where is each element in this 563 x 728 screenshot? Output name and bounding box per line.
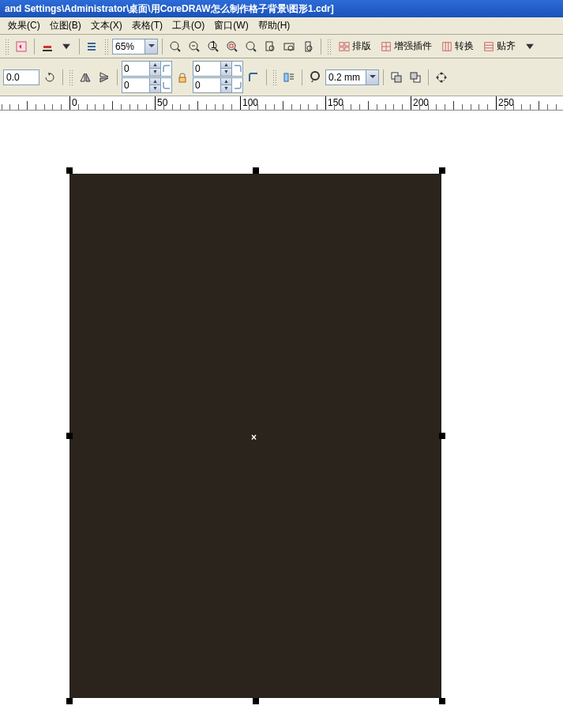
convert-button[interactable]: 转换 [437, 37, 478, 55]
menu-tools[interactable]: 工具(O) [167, 17, 209, 34]
selection-handle[interactable] [66, 167, 73, 174]
options-button[interactable] [84, 38, 101, 55]
svg-rect-25 [340, 42, 343, 45]
zoom-fit-button[interactable] [242, 38, 260, 55]
grip-icon[interactable] [69, 69, 73, 85]
corner-style-button[interactable] [245, 69, 262, 86]
outline-width-input[interactable] [325, 69, 366, 85]
import-button[interactable] [13, 38, 30, 55]
grip-icon[interactable] [272, 69, 277, 85]
separator [117, 69, 118, 85]
export-button[interactable] [39, 38, 56, 55]
menu-window[interactable]: 窗口(W) [209, 17, 253, 34]
svg-rect-1 [43, 46, 51, 48]
zoom-dropdown-button[interactable] [145, 39, 158, 54]
selection-handle[interactable] [439, 698, 445, 704]
selection-handle[interactable] [439, 433, 445, 439]
selection-handle[interactable] [66, 433, 73, 439]
spin-value[interactable] [193, 62, 220, 76]
menu-table[interactable]: 表格(T) [127, 17, 167, 34]
layout-button[interactable]: 排版 [335, 37, 375, 55]
ruler-minor-tick [402, 104, 403, 111]
center-marker-icon: × [251, 432, 257, 443]
to-back-button[interactable] [407, 69, 424, 86]
ruler-minor-tick [385, 104, 386, 111]
svg-line-7 [178, 49, 180, 51]
mirror-h-button[interactable] [77, 69, 94, 86]
spin-value[interactable] [122, 78, 149, 92]
selection-handle[interactable] [253, 167, 259, 174]
selection-handle[interactable] [253, 698, 259, 704]
svg-point-49 [437, 76, 439, 78]
plugin-label: 增强插件 [394, 39, 432, 53]
zoom-height-button[interactable] [299, 38, 317, 55]
canvas[interactable]: × [0, 111, 563, 728]
corner-icon [231, 62, 242, 76]
spin-up-icon[interactable]: ▲ [149, 78, 160, 85]
zoom-actual-button[interactable]: 1 [205, 38, 222, 55]
zoom-selection-button[interactable] [223, 38, 241, 55]
separator [34, 39, 35, 54]
ruler-minor-tick [163, 104, 164, 111]
spin-up-icon[interactable]: ▲ [149, 62, 160, 69]
rotation-input[interactable] [3, 69, 39, 85]
corner-radius-tr-input[interactable]: ▲▼ [193, 61, 243, 77]
ruler-minor-tick [9, 104, 10, 111]
snap-button[interactable]: 贴齐 [479, 37, 520, 55]
grip-icon[interactable] [327, 39, 332, 54]
menu-bitmap[interactable]: 位图(B) [45, 17, 86, 34]
convert-curve-button[interactable] [433, 69, 450, 86]
corner-radius-tl-input[interactable]: ▲▼ [122, 61, 172, 77]
spin-up-icon[interactable]: ▲ [220, 78, 231, 85]
selection-handle[interactable] [66, 698, 73, 704]
ruler-label: 100 [242, 97, 258, 108]
grip-icon[interactable] [5, 39, 9, 54]
zoom-combo[interactable] [112, 39, 158, 54]
menu-bar: 效果(C) 位图(B) 文本(X) 表格(T) 工具(O) 窗口(W) 帮助(H… [0, 17, 563, 35]
svg-rect-38 [179, 77, 186, 82]
to-front-button[interactable] [388, 69, 405, 86]
ruler-minor-tick [189, 104, 190, 111]
mirror-v-button[interactable] [96, 69, 113, 86]
ruler-minor-tick [87, 104, 88, 111]
snap-dropdown-icon[interactable] [521, 38, 539, 55]
plugin-button[interactable]: 增强插件 [377, 37, 436, 55]
corner-radius-br-input[interactable]: ▲▼ [193, 77, 243, 93]
spin-down-icon[interactable]: ▼ [220, 69, 231, 76]
ruler-minor-tick [521, 104, 522, 111]
separator [302, 69, 302, 85]
menu-effect[interactable]: 效果(C) [3, 17, 45, 34]
ruler-minor-tick [291, 104, 292, 111]
ruler-minor-tick [471, 104, 471, 111]
menu-help[interactable]: 帮助(H) [253, 17, 295, 34]
corner-radius-bl-input[interactable]: ▲▼ [122, 77, 172, 93]
ruler-minor-tick [78, 104, 79, 111]
zoom-page-button[interactable] [261, 38, 279, 55]
ruler-minor-tick [129, 104, 130, 111]
spin-down-icon[interactable]: ▼ [149, 85, 160, 92]
zoom-out-button[interactable] [186, 38, 203, 55]
ruler-minor-tick [539, 101, 539, 111]
dropdown-arrow-icon[interactable] [58, 38, 75, 55]
svg-point-43 [311, 72, 319, 80]
zoom-width-button[interactable] [280, 38, 298, 55]
ruler-minor-tick [530, 104, 531, 111]
grip-icon[interactable] [104, 39, 109, 54]
menu-text[interactable]: 文本(X) [86, 17, 127, 34]
selection-handle[interactable] [439, 167, 445, 174]
outline-width-combo[interactable] [325, 69, 379, 85]
spin-value[interactable] [193, 78, 220, 92]
text-wrap-button[interactable] [280, 69, 298, 86]
spin-down-icon[interactable]: ▼ [149, 69, 160, 76]
spin-down-icon[interactable]: ▼ [220, 85, 231, 92]
spin-up-icon[interactable]: ▲ [220, 62, 231, 69]
lock-corners-button[interactable] [174, 69, 191, 86]
spin-value[interactable] [122, 62, 149, 76]
corner-icon [231, 78, 242, 92]
ruler-minor-tick [44, 104, 45, 111]
svg-rect-39 [284, 73, 288, 81]
zoom-input[interactable] [112, 39, 145, 54]
zoom-in-button[interactable] [167, 38, 184, 55]
outline-dropdown-button[interactable] [366, 69, 379, 85]
svg-point-52 [441, 80, 443, 82]
